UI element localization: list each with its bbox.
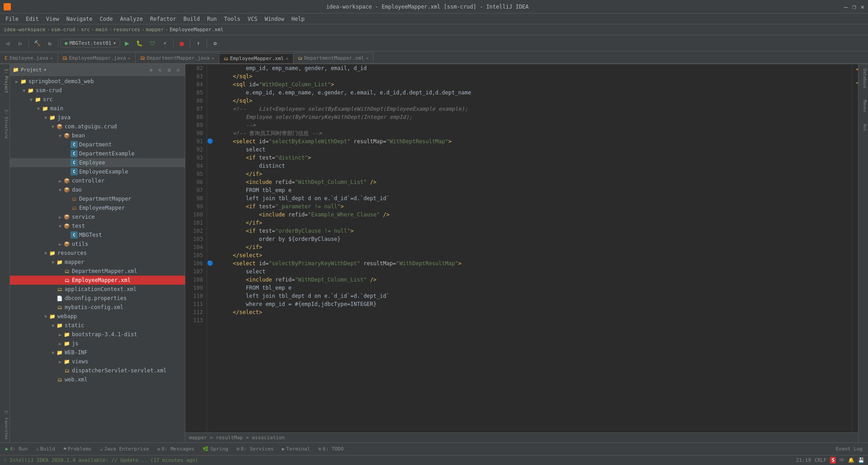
- tree-item-webinf[interactable]: ▼ 📁 WEB-INF: [10, 348, 185, 357]
- btab-java-enterprise[interactable]: ☕ Java Enterprise: [96, 444, 153, 454]
- tab-employee-java[interactable]: C Employee.java ✕: [0, 52, 58, 63]
- line-ending[interactable]: CRLF: [815, 457, 827, 463]
- tree-item-app-context[interactable]: 🗂 applicationContext.xml: [10, 285, 185, 294]
- breadcrumb-ssm-crud[interactable]: ssm-crud: [51, 27, 75, 33]
- ant-tool-window-button[interactable]: Ant: [859, 121, 868, 134]
- tree-item-employee[interactable]: C Employee: [10, 158, 185, 167]
- menu-vcs[interactable]: VCS: [244, 15, 261, 23]
- menu-view[interactable]: View: [42, 15, 63, 23]
- tree-item-bean[interactable]: ▼ 📦 bean: [10, 131, 185, 140]
- tree-item-emp-mapper-xml[interactable]: 🗂 EmployeeMapper.xml: [10, 276, 185, 285]
- toolbar-rebuild-button[interactable]: ↻: [44, 38, 56, 49]
- tree-item-resources[interactable]: ▼ 📁 resources: [10, 249, 185, 258]
- collapse-all-button[interactable]: ⇱: [156, 66, 164, 74]
- btab-build[interactable]: ⚠ Build: [32, 444, 59, 454]
- window-controls[interactable]: — ❐ ✕: [844, 3, 864, 10]
- tab-employeemapper-java[interactable]: 🗂 EmployeeMapper.java ✕: [58, 52, 136, 63]
- tree-item-views[interactable]: ▶ 📁 views: [10, 357, 185, 366]
- run-configuration-selector[interactable]: ● MBGTest.test01 ▾: [61, 39, 120, 47]
- run-gutter-91[interactable]: 🔵: [207, 137, 216, 146]
- tree-item-ssm-crud[interactable]: ▼ 📁 ssm-crud: [10, 86, 185, 95]
- maven-tool-window-button[interactable]: Maven: [859, 97, 868, 115]
- btab-problems[interactable]: ⚑ Problems: [60, 444, 95, 454]
- tree-item-bootstrap[interactable]: ▶ 📁 bootstrap-3.4.1-dist: [10, 330, 185, 339]
- tab-departmentmapper-java[interactable]: 🗂 DepartmentMapper.java ✕: [136, 52, 219, 63]
- tree-item-src[interactable]: ▼ 📁 src: [10, 95, 185, 104]
- lang-switch[interactable]: 中: [840, 457, 844, 464]
- btab-terminal[interactable]: ▶ Terminal: [278, 444, 314, 454]
- breadcrumb-main[interactable]: main: [95, 27, 108, 33]
- tab-close-button[interactable]: ✕: [366, 56, 368, 61]
- tree-item-service[interactable]: ▶ 📦 service: [10, 212, 185, 221]
- tree-item-static[interactable]: ▼ 📁 static: [10, 321, 185, 330]
- debug-button[interactable]: 🐛: [134, 38, 146, 49]
- tree-item-controller[interactable]: ▶ 📦 controller: [10, 176, 185, 185]
- tree-item-dept-mapper[interactable]: 🗂 DepartmentMapper: [10, 194, 185, 203]
- project-tree[interactable]: ▶ 📁 springboot_demo3_web ▼ 📁 ssm-crud ▼ …: [10, 76, 185, 442]
- locate-file-button[interactable]: ⊕: [147, 66, 155, 74]
- project-tool-window-button[interactable]: 1: Project: [0, 66, 9, 96]
- maximize-button[interactable]: ❐: [852, 3, 856, 10]
- menu-run[interactable]: Run: [203, 15, 221, 23]
- run-gutter-106[interactable]: 🔵: [207, 259, 216, 268]
- settings-button[interactable]: ⚙: [165, 66, 173, 74]
- code-content-area[interactable]: 8283848586 8788899091 9293949596 9798991…: [185, 64, 858, 432]
- tree-item-mybatis-config[interactable]: 🗂 mybatis-config.xml: [10, 303, 185, 312]
- tab-close-button[interactable]: ✕: [212, 56, 214, 61]
- tree-item-java[interactable]: ▼ 📁 java: [10, 113, 185, 122]
- tree-item-empexample[interactable]: C EmployeeExample: [10, 167, 185, 176]
- tree-item-js[interactable]: ▶ 📁 js: [10, 339, 185, 348]
- close-button[interactable]: ✕: [861, 3, 864, 10]
- btab-spring[interactable]: 🌿 Spring: [199, 444, 232, 454]
- breadcrumb-workspace[interactable]: idea-workspace: [4, 27, 46, 33]
- minimize-button[interactable]: —: [844, 3, 848, 10]
- tree-item-utils[interactable]: ▶ 📦 utils: [10, 240, 185, 249]
- tree-item-mapper-folder[interactable]: ▼ 📁 mapper: [10, 258, 185, 267]
- tab-close-button[interactable]: ✕: [50, 56, 53, 61]
- btab-messages[interactable]: ✉ 0: Messages: [154, 444, 198, 454]
- toolbar-back-button[interactable]: ◁: [2, 38, 14, 49]
- profile-button[interactable]: ⚡: [159, 38, 171, 49]
- tab-departmentmapper-xml[interactable]: 🗂 DepartmentMapper.xml ✕: [293, 52, 373, 63]
- tab-close-button[interactable]: ✕: [286, 56, 288, 61]
- tree-item-webapp[interactable]: ▼ 📁 webapp: [10, 312, 185, 321]
- btab-run[interactable]: ▶ 4: Run: [2, 444, 31, 454]
- tree-item-emp-mapper[interactable]: 🗂 EmployeeMapper: [10, 203, 185, 212]
- menu-file[interactable]: File: [2, 15, 22, 23]
- menu-refactor[interactable]: Refactor: [146, 15, 180, 23]
- tree-item-deptexample[interactable]: C DepartmentExample: [10, 149, 185, 158]
- menu-navigate[interactable]: Navigate: [63, 15, 96, 23]
- tree-item-dao[interactable]: ▼ 📦 dao: [10, 185, 185, 194]
- menu-build[interactable]: Build: [180, 15, 203, 23]
- tree-item-dispatcher[interactable]: 🗂 dispatcherServlet-servlet.xml: [10, 366, 185, 375]
- menu-tools[interactable]: Tools: [221, 15, 244, 23]
- btab-services[interactable]: ⚙ 8: Services: [233, 444, 277, 454]
- update-button[interactable]: ↑: [193, 38, 204, 49]
- breadcrumb-mapper[interactable]: mapper: [146, 27, 164, 33]
- code-text[interactable]: emp_id, emp_name, gender, email, d_id </…: [216, 64, 852, 432]
- menu-edit[interactable]: Edit: [22, 15, 42, 23]
- toolbar-build-button[interactable]: 🔨: [31, 38, 43, 49]
- cursor-position[interactable]: 21:19: [796, 457, 811, 463]
- tree-item-department[interactable]: C Department: [10, 140, 185, 149]
- stop-button[interactable]: ■: [176, 38, 188, 49]
- menu-window[interactable]: Window: [261, 15, 288, 23]
- tree-item-dept-mapper-xml[interactable]: 🗂 DepartmentMapper.xml: [10, 267, 185, 276]
- hide-button[interactable]: ✕: [174, 66, 182, 74]
- structure-tool-window-button[interactable]: 2: Structure: [0, 107, 9, 141]
- coverage-button[interactable]: 🛡: [146, 38, 158, 49]
- tab-employeemapper-xml[interactable]: 🗂 EmployeeMapper.xml ✕: [219, 53, 293, 64]
- toolbar-forward-button[interactable]: ▷: [14, 38, 26, 49]
- favorites-tool-window-button[interactable]: 2: Favorites: [0, 408, 9, 442]
- menu-help[interactable]: Help: [288, 15, 308, 23]
- menu-code[interactable]: Code: [96, 15, 117, 23]
- tree-item-dbconfig[interactable]: 📄 dbconfig.properties: [10, 294, 185, 303]
- btab-event-log[interactable]: Event Log: [832, 444, 866, 454]
- database-tool-window-button[interactable]: Database: [859, 66, 868, 91]
- run-button[interactable]: ▶: [121, 38, 133, 49]
- tree-item-webxml[interactable]: 🗂 web.xml: [10, 375, 185, 384]
- tree-item-test[interactable]: ▼ 📦 test: [10, 221, 185, 230]
- btab-todo[interactable]: ≡ 6: TODO: [315, 444, 347, 454]
- tab-close-button[interactable]: ✕: [128, 56, 131, 61]
- breadcrumb-src[interactable]: src: [81, 27, 90, 33]
